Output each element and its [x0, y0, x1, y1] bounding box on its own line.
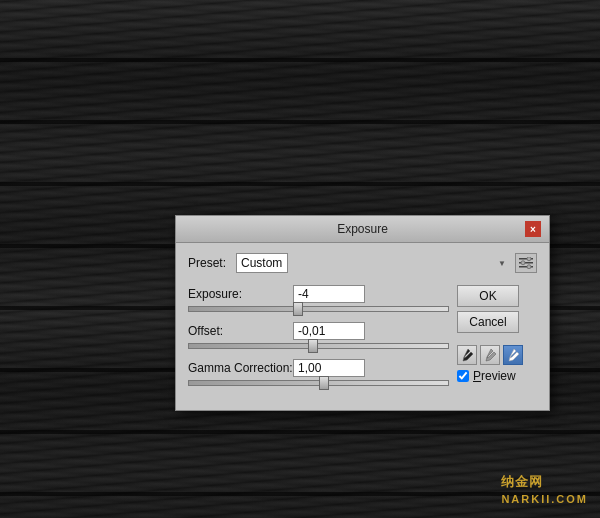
- exposure-input[interactable]: [293, 285, 365, 303]
- svg-point-4: [521, 261, 525, 265]
- gamma-slider-thumb[interactable]: [319, 376, 329, 390]
- exposure-label: Exposure:: [188, 287, 293, 301]
- dialog-body: Preset: Custom Default: [176, 243, 549, 410]
- preset-icon-button[interactable]: [515, 253, 537, 273]
- offset-input[interactable]: [293, 322, 365, 340]
- exposure-slider-track[interactable]: [188, 306, 449, 312]
- manage-presets-icon: [519, 257, 533, 269]
- gamma-slider-track[interactable]: [188, 380, 449, 386]
- cancel-button[interactable]: Cancel: [457, 311, 519, 333]
- gamma-label: Gamma Correction:: [188, 361, 293, 375]
- watermark-text: 纳金网: [501, 474, 543, 489]
- eyedropper-row: [457, 345, 537, 365]
- preview-checkbox[interactable]: [457, 370, 469, 382]
- svg-point-5: [527, 265, 531, 269]
- dialog-titlebar: Exposure ×: [176, 216, 549, 243]
- offset-label: Offset:: [188, 324, 293, 338]
- content-area: Exposure: Offset:: [188, 285, 537, 396]
- eyedropper-white-button[interactable]: [503, 345, 523, 365]
- exposure-dialog: Exposure × Preset: Custom Default: [175, 215, 550, 411]
- sliders-section: Exposure: Offset:: [188, 285, 449, 396]
- gamma-slider-container: [188, 380, 449, 386]
- gamma-row: Gamma Correction:: [188, 359, 449, 377]
- exposure-slider-container: [188, 306, 449, 312]
- gamma-input[interactable]: [293, 359, 365, 377]
- preset-row: Preset: Custom Default: [188, 253, 537, 273]
- preset-label: Preset:: [188, 256, 226, 270]
- right-panel: OK Cancel: [457, 285, 537, 383]
- watermark-sub: NARKII.COM: [501, 493, 588, 505]
- ok-button[interactable]: OK: [457, 285, 519, 307]
- close-button[interactable]: ×: [525, 221, 541, 237]
- offset-slider-thumb[interactable]: [308, 339, 318, 353]
- eyedropper-white-icon: [507, 348, 519, 362]
- preview-row: Preview: [457, 369, 537, 383]
- eyedropper-gray-button[interactable]: [480, 345, 500, 365]
- eyedropper-black-button[interactable]: [457, 345, 477, 365]
- offset-row: Offset:: [188, 322, 449, 340]
- offset-slider-track[interactable]: [188, 343, 449, 349]
- dialog-title: Exposure: [200, 222, 525, 236]
- svg-point-3: [527, 257, 531, 261]
- preview-underline-p: P: [473, 369, 481, 383]
- offset-slider-container: [188, 343, 449, 349]
- preview-label[interactable]: Preview: [473, 369, 516, 383]
- eyedropper-gray-icon: [484, 348, 496, 362]
- eyedropper-black-icon: [461, 348, 473, 362]
- preset-select-wrapper: Custom Default: [236, 253, 509, 273]
- exposure-slider-thumb[interactable]: [293, 302, 303, 316]
- exposure-row: Exposure:: [188, 285, 449, 303]
- watermark: 纳金网 NARKII.COM: [501, 473, 588, 506]
- preset-select[interactable]: Custom Default: [236, 253, 288, 273]
